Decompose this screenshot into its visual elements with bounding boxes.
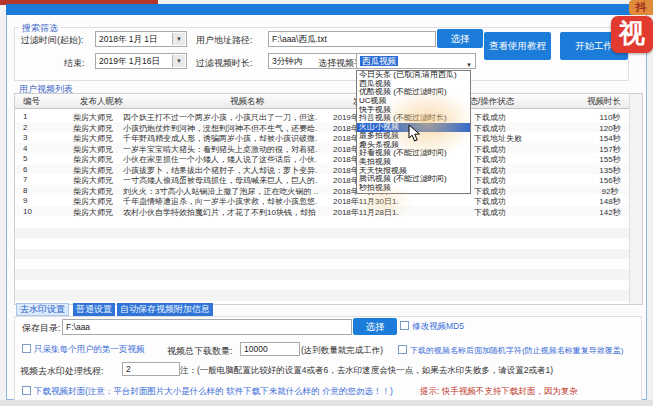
cell-id: 6 <box>23 165 53 174</box>
table-row[interactable]: 3柴房大师兄千年野鸡精变成人形，诱骗两岁小孩，却被小孩识破微.2018年1下载地… <box>15 132 629 143</box>
table-scrollbar[interactable] <box>629 94 642 304</box>
tutorial-button[interactable]: 查看使用教程 <box>484 32 551 60</box>
duration-value: 3分钟内 <box>272 56 302 66</box>
cell-id: 2 <box>23 123 53 132</box>
tab-auto-save-info[interactable]: 自动保存视频附加信息 <box>117 303 213 316</box>
platform-option[interactable]: 天天快报视频 <box>357 167 470 176</box>
table-row[interactable]: 1柴房大师兄四个妖王打不过一个两岁小孩，小孩只出了一刀，但这.2019年1下载成… <box>15 111 629 122</box>
chevron-down-icon[interactable]: ▼ <box>172 33 185 45</box>
cell-date: 2018年11月28日1. <box>333 207 433 218</box>
platform-option[interactable]: 优酷视频 (不能过滤时间) <box>357 88 470 97</box>
table-header: 编号 发布人昵称 视频名称 发布时间 下载状态/操作状态 视频时长 <box>15 94 630 109</box>
duration-filter-label: 过滤视频时长: <box>196 57 253 70</box>
table-row[interactable]: 5柴房大师兄小伙在家里抓住一个小矮人，矮人说了这些话后，小伙.2018年1下载成… <box>15 153 629 164</box>
tab-general-settings[interactable]: 普通设置 <box>73 303 115 316</box>
start-date-label: 过滤时间(起始): <box>21 34 84 47</box>
user-path-value: F:\aaa\西瓜.txt <box>272 34 327 44</box>
checkbox-icon[interactable] <box>22 344 31 353</box>
cell-id: 3 <box>23 133 53 142</box>
checkbox-icon[interactable] <box>398 345 407 354</box>
cell-dur: 142秒 <box>585 207 635 218</box>
table-row[interactable]: 9柴房大师兄千年蛊情蟒遭追杀，向一岁半小孩求救，却被小孩忽悠.2018年11月3… <box>15 195 629 206</box>
first-page-checkbox[interactable]: 只采集每个用户的第一页视频 <box>22 344 145 356</box>
table-row[interactable]: 10柴房大师兄农村小伙自学特效拍魔幻片，才花了不到10块钱，却拍2018年11月… <box>15 206 629 217</box>
user-path-input[interactable]: F:\aaa\西瓜.txt <box>268 31 436 47</box>
thread-input[interactable]: 2 <box>122 362 180 376</box>
start-date-value: 2018年 1月 1日 <box>99 34 158 44</box>
header-duration[interactable]: 视频时长 <box>587 96 621 108</box>
cover-checkbox[interactable]: 下载视频封面(注意：平台封面图片大小是什么样的 软件下载下来就什么样的 介意的您… <box>22 386 393 398</box>
thread-value: 2 <box>126 364 131 374</box>
checkbox-icon[interactable] <box>22 386 31 395</box>
platform-dropdown[interactable]: 今日头条 (已取消,请用西瓜)西瓜视频优酷视频 (不能过滤时间)UC视频快手视频… <box>356 70 471 194</box>
tab-watermark-settings[interactable]: 去水印设置 <box>16 303 69 316</box>
random-suffix-label: 下载的视频名称后面加随机字符(防止视频名称重复导致覆盖) <box>410 346 623 355</box>
cell-id: 4 <box>23 144 53 153</box>
first-page-checkbox-label: 只采集每个用户的第一页视频 <box>34 344 145 354</box>
header-author[interactable]: 发布人昵称 <box>80 96 123 108</box>
platform-option[interactable]: 秒拍视频 <box>357 184 470 193</box>
logo-top-icon: 抖 <box>629 0 653 15</box>
app-logo-icon: 视 <box>611 16 653 53</box>
platform-selected-value: 西瓜视频 <box>360 56 398 66</box>
thread-note: 注：(一般电脑配置比较好的设置4或者6，去水印速度会快一点，如果去水印失败多，请… <box>180 365 553 377</box>
platform-option[interactable]: 腾讯视频 (不能过滤时间) <box>357 175 470 184</box>
cell-status: 下载成功 <box>474 207 569 218</box>
cover-tip: 提示: 快手视频不支持下载封面，因为复杂 <box>420 386 578 398</box>
end-date-select[interactable]: 2019年 1月16日 ▼ <box>95 53 187 69</box>
end-date-value: 2019年 1月16日 <box>99 56 160 66</box>
cell-id: 5 <box>23 154 53 163</box>
cell-id: 8 <box>23 186 53 195</box>
total-download-label: 视频总下载数量: <box>167 345 233 358</box>
table-row[interactable]: 7柴房大师兄一寸高矮人偷鸡蛋被母鸡抓住，母鸡喊来巨人，巨人的.2018年1下载成… <box>15 174 629 185</box>
random-suffix-checkbox[interactable]: 下载的视频名称后面加随机字符(防止视频名称重复导致覆盖) <box>398 345 623 356</box>
cell-id: 10 <box>23 207 53 216</box>
thread-label: 视频去水印处理线程: <box>20 365 104 378</box>
app-window: 搜索筛选 过滤时间(起始): 2018年 1月 1日 ▼ 用户地址路径: F:\… <box>0 0 653 406</box>
platform-option[interactable]: 最多拍视频 <box>357 132 470 141</box>
cell-id: 9 <box>23 196 53 205</box>
platform-combo[interactable]: 西瓜视频 ▼ <box>356 53 476 69</box>
platform-option[interactable]: 美拍视频 <box>357 158 470 167</box>
header-id[interactable]: 编号 <box>23 96 40 108</box>
save-dir-input[interactable]: F:\aaa <box>62 319 352 335</box>
total-download-input[interactable]: 10000 <box>240 342 300 356</box>
chevron-down-icon: ▼ <box>466 58 472 69</box>
platform-option[interactable]: UC视频 <box>357 97 470 106</box>
cell-title: 农村小伙自学特效拍魔幻片，才花了不到10块钱，却拍 <box>123 207 335 218</box>
platform-option[interactable]: 今日头条 (已取消,请用西瓜) <box>357 71 470 80</box>
md5-checkbox-label: 修改视频MD5 <box>412 321 464 331</box>
video-table: 编号 发布人昵称 视频名称 发布时间 下载状态/操作状态 视频时长 1柴房大师兄… <box>14 93 643 305</box>
platform-option[interactable]: 火山小视频 <box>357 123 470 132</box>
title-bar[interactable] <box>6 4 647 15</box>
empty-rows-area <box>15 217 629 301</box>
md5-checkbox[interactable]: 修改视频MD5 <box>400 321 464 333</box>
table-row[interactable]: 6柴房大师兄小孩拔萝卜，结果拔出个猪肘子，大人却说：萝卜变异.2018年1下载成… <box>15 164 629 175</box>
cell-id: 7 <box>23 175 53 184</box>
platform-option[interactable]: 快手视频 <box>357 106 470 115</box>
platform-option[interactable]: 趣头条视频 <box>357 141 470 150</box>
cell-id: 1 <box>23 112 53 121</box>
dir-select-button[interactable]: 选择 <box>353 318 397 335</box>
platform-option[interactable]: 好看视频 (不能过滤时间) <box>357 149 470 158</box>
total-download-note: (达到数量就完成工作) <box>301 345 383 357</box>
table-row[interactable]: 4柴房大师兄一岁半宝宝啃大猪头：看到猪头上桌激动的很，对着猪.2018年1下载成… <box>15 143 629 154</box>
platform-option[interactable]: 西瓜视频 <box>357 80 470 89</box>
platform-option[interactable]: 抖音视频 (不能过滤时长) <box>357 114 470 123</box>
header-title[interactable]: 视频名称 <box>230 96 264 108</box>
path-select-button[interactable]: 选择 <box>437 29 483 48</box>
table-row[interactable]: 8柴房大师兄刘火火：3寸高小人站锅沿上撒了泡尿，正在吃火锅的 ..2018年12… <box>15 185 629 196</box>
save-dir-value: F:\aaa <box>66 322 90 332</box>
start-date-select[interactable]: 2018年 1月 1日 ▼ <box>95 31 187 47</box>
save-dir-label: 保存目录: <box>22 322 61 335</box>
total-download-value: 10000 <box>244 344 268 354</box>
table-row[interactable]: 2柴房大师兄小孩扔炮仗炸到河神，没想到河神不但不生气，还要给.2018年1下载成… <box>15 122 629 133</box>
end-date-label: 结束: <box>64 57 85 70</box>
checkbox-icon[interactable] <box>400 321 409 330</box>
path-label: 用户地址路径: <box>196 34 253 47</box>
chevron-down-icon[interactable]: ▼ <box>172 55 185 67</box>
cover-checkbox-label: 下载视频封面(注意：平台封面图片大小是什么样的 软件下载下来就什么样的 介意的您… <box>34 386 393 396</box>
